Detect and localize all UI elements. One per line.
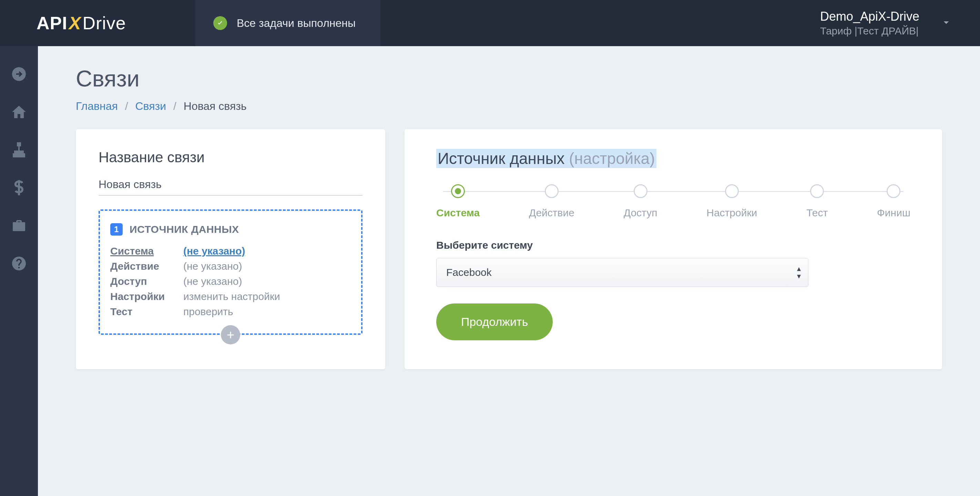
breadcrumb-home[interactable]: Главная: [76, 100, 118, 112]
step-circle-icon: [451, 184, 465, 198]
continue-button[interactable]: Продолжить: [436, 304, 553, 340]
kv-row-action[interactable]: Действие (не указано): [110, 261, 351, 272]
check-circle-icon: [213, 16, 227, 30]
logo-x: X: [69, 13, 81, 33]
kv-value: изменить настройки: [183, 291, 280, 302]
select-system-label: Выберите систему: [436, 239, 910, 251]
plus-icon: +: [227, 327, 234, 342]
task-status-text: Все задачи выполнены: [237, 17, 356, 30]
home-icon: [11, 104, 27, 120]
kv-row-settings[interactable]: Настройки изменить настройки: [110, 291, 351, 302]
step-action[interactable]: Действие: [529, 184, 574, 219]
step-test[interactable]: Тест: [806, 184, 828, 219]
breadcrumb-current: Новая связь: [184, 100, 247, 112]
connection-name-input[interactable]: [99, 178, 363, 196]
step-finish[interactable]: Финиш: [877, 184, 910, 219]
dollar-icon: [11, 180, 27, 196]
panel-connection-name: Название связи 1 ИСТОЧНИК ДАННЫХ Система…: [76, 129, 385, 369]
stepper: Система Действие Доступ Настройки: [436, 184, 910, 219]
caret-down-icon: [940, 16, 953, 30]
step-circle-icon: [810, 184, 824, 198]
arrow-right-circle-icon: [11, 66, 27, 82]
kv-row-system[interactable]: Система (не указано): [110, 245, 351, 257]
sidebar-item-help[interactable]: [0, 245, 38, 283]
sidebar-item-arrow[interactable]: [0, 55, 38, 93]
add-source-button[interactable]: +: [221, 325, 240, 345]
content: Связи Главная / Связи / Новая связь Назв…: [38, 46, 980, 496]
sidebar: [0, 46, 38, 496]
left-panel-title: Название связи: [99, 149, 363, 166]
briefcase-icon: [11, 217, 27, 234]
page-title: Связи: [76, 65, 942, 92]
kv-value: проверить: [183, 306, 233, 318]
sidebar-item-connections[interactable]: [0, 131, 38, 169]
step-settings[interactable]: Настройки: [706, 184, 757, 219]
source-badge: 1: [110, 223, 123, 235]
step-circle-icon: [887, 184, 900, 198]
kv-label: Настройки: [110, 291, 183, 302]
sidebar-item-home[interactable]: [0, 93, 38, 131]
step-access[interactable]: Доступ: [624, 184, 657, 219]
step-circle-icon: [634, 184, 648, 198]
logo-api: API: [37, 13, 68, 33]
right-panel-title: Источник данных (настройка): [436, 149, 910, 168]
system-select[interactable]: [436, 258, 808, 287]
top-bar: APIXDrive Все задачи выполнены Demo_ApiX…: [0, 0, 980, 46]
breadcrumb: Главная / Связи / Новая связь: [76, 100, 942, 113]
logo-drive: Drive: [82, 13, 126, 33]
step-circle-icon: [725, 184, 739, 198]
kv-value: (не указано): [183, 261, 242, 272]
sitemap-icon: [11, 141, 27, 158]
data-source-block: 1 ИСТОЧНИК ДАННЫХ Система (не указано) Д…: [99, 210, 363, 335]
sidebar-item-briefcase[interactable]: [0, 207, 38, 245]
step-circle-icon: [545, 184, 558, 198]
step-system[interactable]: Система: [436, 184, 480, 219]
task-status: Все задачи выполнены: [196, 0, 380, 46]
kv-label: Доступ: [110, 275, 183, 287]
source-title: ИСТОЧНИК ДАННЫХ: [130, 224, 239, 235]
panel-data-source-config: Источник данных (настройка) Система Дейс…: [404, 129, 942, 369]
account-name: Demo_ApiX-Drive: [820, 9, 920, 24]
kv-label: Тест: [110, 306, 183, 318]
kv-row-access[interactable]: Доступ (не указано): [110, 275, 351, 287]
help-icon: [11, 255, 27, 272]
logo[interactable]: APIXDrive: [0, 0, 196, 46]
kv-label: Система: [110, 245, 183, 257]
kv-value: (не указано): [183, 275, 242, 287]
kv-label: Действие: [110, 261, 183, 272]
kv-value[interactable]: (не указано): [183, 245, 245, 257]
account-tariff: Тариф |Тест ДРАЙВ|: [820, 25, 920, 37]
breadcrumb-links[interactable]: Связи: [135, 100, 166, 112]
kv-row-test[interactable]: Тест проверить: [110, 306, 351, 318]
account-menu[interactable]: Demo_ApiX-Drive Тариф |Тест ДРАЙВ|: [820, 9, 980, 37]
sidebar-item-billing[interactable]: [0, 169, 38, 207]
